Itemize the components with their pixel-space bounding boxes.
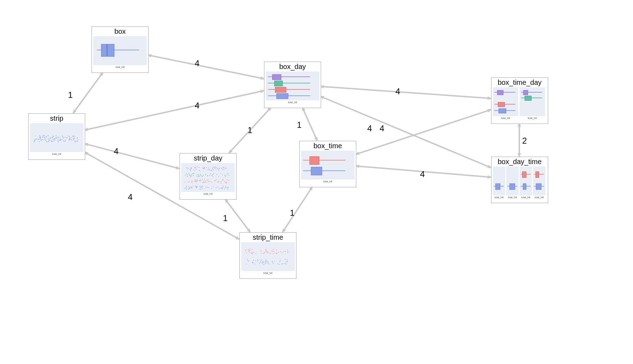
edge-label-strip_day-strip_time: 1 xyxy=(223,213,227,223)
edge-label-strip-box_day: 4 xyxy=(195,101,199,111)
edge-label-box_time-strip_time: 1 xyxy=(290,208,294,218)
node-box-day: box_day total_bill xyxy=(264,62,321,108)
node-strip-title: strip xyxy=(29,114,85,123)
node-box-time-thumb xyxy=(301,151,355,180)
node-strip-time-xlabel: total_bill xyxy=(240,271,296,274)
edge-box-box_day xyxy=(148,55,264,79)
edge-box_day-box_time xyxy=(302,107,317,141)
node-box-thumb: · · · xyxy=(93,36,147,65)
edge-strip-box_day xyxy=(84,91,264,130)
edge-box_day-box_time_day xyxy=(320,87,491,99)
edge-label-box_day-box_time: 1 xyxy=(297,120,301,130)
node-strip-day-title: strip_day xyxy=(180,153,236,163)
node-strip-time-title: strip_time xyxy=(240,233,296,242)
node-box-time-day-title: box_time_day xyxy=(491,78,548,87)
node-strip-day: strip_day total_bill xyxy=(180,153,237,200)
node-box-day-title: box_day xyxy=(264,62,321,71)
node-box-time-xlabel: total_bill xyxy=(300,180,356,183)
edge-box-strip xyxy=(73,72,103,113)
edge-label-strip-strip_time: 4 xyxy=(128,192,132,202)
edge-strip-strip_day xyxy=(84,144,180,169)
node-box-time: box_time total_bill xyxy=(299,141,356,187)
node-box-xlabel: total_bill xyxy=(92,65,148,68)
node-strip-day-xlabel: total_bill xyxy=(180,192,236,195)
node-box-title: box xyxy=(92,27,148,36)
node-strip-xlabel: total_bill xyxy=(29,152,85,155)
node-strip-time: strip_time total_bill xyxy=(239,232,296,279)
edge-label-box_day-strip_day: 1 xyxy=(247,125,252,135)
edge-strip_day-strip_time xyxy=(225,199,250,232)
node-strip-day-thumb xyxy=(181,163,235,192)
node-box-day-time: box_day_time total_bill total_bill total… xyxy=(491,157,548,203)
edge-label-box-box_day: 4 xyxy=(195,58,199,68)
node-box: box · · · total_bill xyxy=(92,26,149,73)
edge-label-strip-strip_day: 4 xyxy=(114,146,118,156)
node-box-day-thumb xyxy=(266,71,319,100)
edge-label-box_time_day-box_day_time: 2 xyxy=(522,136,527,146)
edge-box_time-box_time_day xyxy=(356,109,491,154)
edge-label-box-strip: 1 xyxy=(68,90,73,100)
node-strip-thumb xyxy=(30,123,83,152)
edge-box_time-strip_time xyxy=(283,187,313,232)
edge-label-box_day-box_time_day: 4 xyxy=(395,87,400,96)
node-strip-time-thumb xyxy=(241,242,295,271)
node-box-time-day: box_time_day total_bill total_bill xyxy=(491,77,548,124)
edge-label-box_time-box_day_time: 4 xyxy=(420,169,425,179)
edge-label-box_time-box_time_day: 4 xyxy=(380,124,384,133)
node-box-day-time-title: box_day_time xyxy=(491,157,548,167)
node-box-day-xlabel: total_bill xyxy=(264,100,321,103)
node-box-time-title: box_time xyxy=(300,141,356,151)
edge-label-box_day-box_day_time: 4 xyxy=(367,124,372,133)
node-strip: strip total_bill xyxy=(28,113,85,160)
